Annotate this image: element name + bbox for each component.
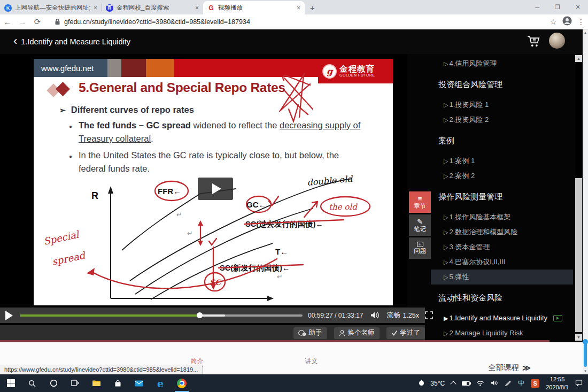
all-courses-link[interactable]: 全部课程 ≫ [488, 363, 531, 373]
mail-envelope-icon [135, 380, 143, 387]
back-chevron-icon[interactable]: ‹ [13, 35, 17, 47]
sc-old-label: SC(过去发行的国债)← [245, 220, 323, 228]
chapter-item[interactable]: ▷2.投资风险 2 [407, 112, 575, 127]
browser-toolbar: ← → ⟳ gfedu.cn/study/linevideo?cttid=398… [0, 14, 588, 29]
start-button[interactable] [0, 374, 21, 392]
nav-site-favicon: K [4, 4, 12, 12]
tab-baidu-search[interactable]: 百 金程网校_百度搜索 × [102, 1, 203, 14]
chapter-item[interactable]: ▷2.Manage Liquidity Risk [407, 326, 575, 341]
chapter-item[interactable]: ▷3.资本金管理 [407, 240, 575, 255]
reload-button[interactable]: ⟳ [30, 17, 45, 27]
hidden-icons-chevron[interactable] [451, 381, 457, 387]
chapter-sidebar: ▷4.信用风险管理 投资组合风险管理 ▷1.投资风险 1 ▷2.投资风险 2 案… [407, 54, 575, 342]
play-button[interactable] [5, 311, 13, 320]
tab-video-player-active[interactable]: G 视频播放 × [203, 1, 305, 14]
volume-icon[interactable] [370, 311, 380, 319]
action-center-icon[interactable] [575, 379, 583, 388]
cortana-button[interactable] [43, 374, 64, 392]
cortana-icon [50, 379, 58, 387]
progress-knob[interactable] [197, 312, 203, 318]
restore-button[interactable]: ❐ [547, 4, 568, 11]
progress-bar[interactable] [20, 314, 303, 317]
special-note-line2: spread [51, 249, 87, 267]
sogou-ime-icon[interactable]: S [531, 379, 539, 388]
chapter-label: 1.操作风险基本框架 [449, 213, 510, 221]
gfedu-favicon: G [207, 4, 215, 12]
chrome-button-active[interactable] [171, 374, 192, 392]
mail-button[interactable] [128, 374, 150, 392]
footer-tab-handout[interactable]: 讲义 [305, 357, 318, 366]
slide-bullet: ➢Different curves of repo rates [59, 105, 194, 115]
check-icon [391, 330, 398, 336]
menu-dots-icon[interactable]: ⋮ [574, 18, 588, 26]
chapter-item[interactable]: ▷1.案例 1 [407, 153, 575, 168]
address-bar[interactable]: gfedu.cn/study/linevideo?cttid=3980&ctid… [49, 16, 542, 28]
tab-chapters[interactable]: ≡ 章节 [409, 191, 431, 213]
video-slide-frame: www.gfedu.net g 金程教育 GOLDEN FUTURE 5.Gen… [34, 59, 393, 305]
new-tab-button[interactable]: + [310, 3, 315, 12]
play-outline-icon: ▷ [444, 214, 448, 220]
chapter-label: 2.案例 2 [449, 172, 475, 180]
play-overlay-button[interactable] [198, 178, 233, 200]
change-teacher-button[interactable]: 换个老师 [334, 327, 380, 339]
cart-icon[interactable] [527, 34, 541, 50]
temperature-label[interactable]: 35°C [430, 380, 445, 387]
profile-icon[interactable] [560, 16, 574, 27]
lesson-actions-bar: 助手 换个老师 学过了 [0, 325, 425, 341]
assistant-button[interactable]: 助手 [293, 327, 327, 339]
edge-button[interactable]: e [150, 374, 171, 392]
back-button[interactable]: ← [0, 17, 15, 26]
chapter-item[interactable]: ▷1.投资风险 1 [407, 97, 575, 112]
chapter-item[interactable]: ▷2.案例 2 [407, 168, 575, 183]
play-icon [212, 183, 221, 194]
taskbar-search-button[interactable] [21, 374, 43, 392]
battery-icon[interactable] [462, 381, 470, 386]
sidebar-scrollbar[interactable]: ▲ ▼ [575, 55, 582, 341]
bookmark-star-icon[interactable]: ☆ [546, 18, 560, 26]
chapter-item[interactable]: ▷4.巴塞尔协议I,II,III [407, 255, 575, 270]
return-mark: ↵ [176, 211, 182, 219]
p1-mid-text: widened to reflect the [191, 120, 280, 130]
slide-color-block [107, 59, 121, 77]
taskbar-clock[interactable]: 12:55 2020/8/1 [546, 375, 569, 391]
page-scrollbar[interactable]: ▲ ▼ [583, 29, 588, 374]
volume-tray-icon[interactable] [491, 379, 498, 388]
speed-label[interactable]: 1.25x [403, 312, 419, 319]
tab-close-icon[interactable]: × [195, 4, 199, 12]
fullscreen-icon[interactable] [425, 311, 433, 319]
tab-notes[interactable]: ✎ 笔记 [409, 214, 431, 236]
mark-learned-button[interactable]: 学过了 [386, 327, 425, 339]
tab-questions[interactable]: + 问题 [409, 237, 431, 259]
chapter-item[interactable]: ▷4.信用风险管理 [407, 56, 575, 71]
scroll-down-arrow[interactable]: ▼ [583, 368, 588, 374]
microsoft-store-button[interactable] [107, 374, 128, 392]
ime-indicator[interactable]: 中 [518, 379, 524, 388]
dot-bullet-icon: ● [69, 150, 72, 164]
scroll-up-arrow[interactable]: ▲ [575, 55, 582, 62]
browser-tab-strip: K 上网导航—安全快捷的网址大全 × 百 金程网校_百度搜索 × G 视频播放 … [0, 0, 588, 14]
user-avatar[interactable] [549, 33, 565, 49]
file-explorer-button[interactable] [86, 374, 107, 392]
weather-icon[interactable] [418, 380, 425, 387]
task-view-button[interactable] [64, 374, 86, 392]
page-footer: 简介 讲义 全部课程 ≫ https://www.gfedu.cn/study/… [0, 342, 583, 374]
chapter-item-highlighted[interactable]: ▷5.弹性 [431, 270, 573, 285]
chapter-item[interactable]: ▷2.数据治理和模型风险 [407, 225, 575, 240]
pen-icon[interactable] [505, 379, 512, 388]
minimize-button[interactable]: ─ [527, 4, 547, 11]
quality-label[interactable]: 流畅 [386, 311, 400, 320]
close-button[interactable]: ✕ [568, 4, 588, 11]
chapter-label: 1.案例 1 [449, 157, 475, 165]
scroll-down-arrow[interactable]: ▼ [575, 334, 582, 341]
scroll-up-arrow[interactable]: ▲ [583, 29, 588, 36]
page-scroll-thumb[interactable] [584, 341, 587, 367]
tab-nav-site[interactable]: K 上网导航—安全快捷的网址大全 × [0, 1, 102, 14]
lesson-title[interactable]: 1.Identify and Measure Liquidity [21, 37, 130, 46]
chapter-item[interactable]: ▷1.操作风险基本框架 [407, 210, 575, 225]
sidebar-scroll-thumb[interactable] [575, 178, 582, 332]
forward-button[interactable]: → [15, 17, 30, 26]
tab-close-icon[interactable]: × [297, 4, 300, 12]
wifi-icon[interactable] [476, 379, 484, 388]
p1-bold-text: The fed funds – GC spread [79, 120, 191, 130]
tab-close-icon[interactable]: × [94, 4, 97, 12]
